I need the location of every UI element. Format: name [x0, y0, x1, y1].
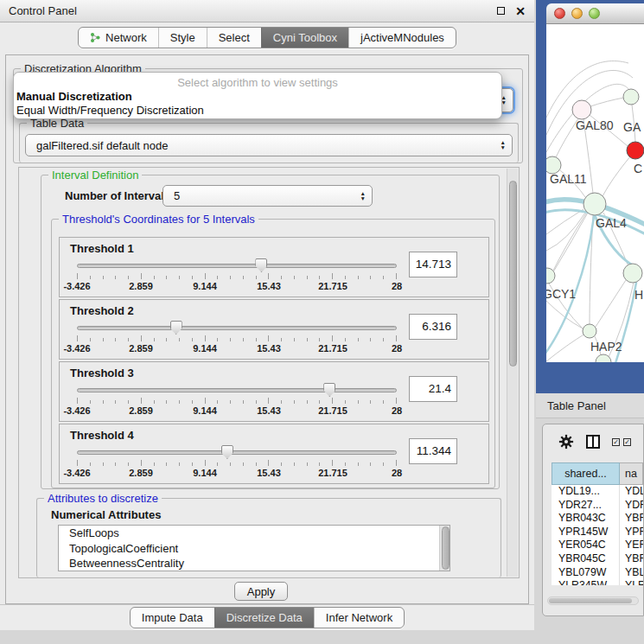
cell-name[interactable]: YPR1 [620, 526, 643, 539]
cell-name[interactable]: YDL1 [620, 485, 643, 499]
column-header-name[interactable]: na [620, 462, 643, 485]
cell-name[interactable]: YDR2 [620, 499, 643, 513]
slider-thumb[interactable] [170, 321, 182, 335]
tab-style[interactable]: Style [158, 28, 207, 48]
float-window-icon[interactable] [497, 7, 505, 15]
node-hap2[interactable] [583, 324, 596, 338]
zoom-button[interactable] [589, 8, 600, 19]
tick-mark [128, 338, 129, 341]
columns-icon[interactable] [586, 435, 600, 449]
node-gal80[interactable] [572, 100, 591, 119]
popup-item-equal-width-frequency[interactable]: Equal Width/Frequency Discretization [16, 104, 204, 117]
node-red-selected[interactable] [627, 142, 644, 159]
slider-thumb[interactable] [255, 258, 267, 272]
checkbox-icon[interactable]: ✓ [623, 438, 631, 446]
tab-infer-network[interactable]: Infer Network [314, 608, 404, 628]
apply-button[interactable]: Apply [234, 582, 288, 601]
axis-tick-label: 28 [392, 343, 402, 354]
axis-tick-label: 2.859 [129, 405, 153, 416]
popup-item-manual-discretization[interactable]: Manual Discretization [16, 90, 132, 103]
node-gal11[interactable] [546, 156, 561, 174]
threshold-1-slider[interactable] [77, 264, 397, 268]
list-scrollbar[interactable] [439, 526, 450, 571]
number-of-intervals-combobox[interactable]: 5 ▲▼ [163, 185, 373, 207]
tab-network[interactable]: Network [79, 28, 158, 48]
close-icon[interactable]: ✕ [515, 7, 526, 16]
cell-shared-name[interactable]: YDR27... [552, 499, 620, 513]
cell-name[interactable]: YBL0 [620, 566, 643, 580]
threshold-1-value-field[interactable]: 14.713 [409, 252, 457, 277]
table-row[interactable]: YPR145WYPR1 [552, 526, 643, 539]
table-row[interactable]: YDR27...YDR2 [552, 499, 643, 513]
axis-tick-label: 28 [392, 468, 402, 478]
tick-mark [307, 338, 308, 341]
attribute-list-item[interactable]: TopologicalCoefficient [59, 541, 450, 557]
cell-shared-name[interactable]: YBL079W [552, 566, 620, 580]
threshold-3-slider[interactable] [77, 388, 397, 392]
tab-jactivemnodules[interactable]: jActiveMNodules [348, 28, 456, 48]
right-workspace: GAL80 GA C GAL11 GAL4 GCY1 H HAP2 Table … [536, 0, 644, 644]
threshold-4-value-field[interactable]: 11.344 [409, 438, 457, 464]
slider-thumb[interactable] [221, 445, 233, 459]
cell-shared-name[interactable]: YDL19... [552, 485, 620, 499]
table-row[interactable]: YLR345WYLR3 [552, 579, 643, 585]
tick-mark [319, 276, 320, 279]
attribute-list-item[interactable]: BetweennessCentrality [59, 556, 450, 571]
node-gal4[interactable] [583, 193, 606, 215]
table-row[interactable]: YER054CYER0 [552, 539, 643, 552]
close-button[interactable] [554, 8, 565, 19]
table-data-combobox[interactable]: galFiltered.sif default node ▲▼ [25, 134, 513, 156]
table-hscrollbar[interactable] [547, 596, 639, 605]
cell-shared-name[interactable]: YER054C [552, 539, 620, 552]
cell-name[interactable]: YER0 [620, 539, 643, 552]
cell-name[interactable]: YBR0 [620, 552, 643, 566]
settings-scrollbar-thumb[interactable] [509, 181, 517, 367]
threshold-3-value-field[interactable]: 21.4 [409, 376, 457, 402]
table-hscrollbar-thumb[interactable] [549, 598, 632, 603]
cell-shared-name[interactable]: YPR145W [552, 526, 620, 539]
tab-impute-data[interactable]: Impute Data [131, 608, 214, 628]
tick-mark [128, 400, 129, 404]
table-row[interactable]: YBL079WYBL0 [552, 566, 643, 580]
tick-mark [307, 276, 308, 279]
threshold-2-value-field[interactable]: 6.316 [409, 314, 457, 340]
cell-shared-name[interactable]: YBR045C [552, 552, 620, 566]
node-partial-right[interactable] [623, 264, 642, 283]
tick-mark [294, 338, 295, 341]
control-panel-titlebar: Control Panel ✕ [0, 0, 534, 22]
threshold-4-slider[interactable] [77, 450, 397, 455]
axis-tick-label: 21.715 [318, 405, 348, 416]
cell-shared-name[interactable]: YBR043C [552, 512, 620, 526]
cell-shared-name[interactable]: YLR345W [552, 579, 620, 585]
gear-icon[interactable] [558, 434, 574, 450]
slider-thumb[interactable] [323, 383, 335, 397]
slider-axis-labels: -3.4262.8599.14415.4321.71528 [77, 468, 397, 480]
tab-select[interactable]: Select [207, 28, 261, 48]
tab-cyni-toolbox[interactable]: Cyni Toolbox [261, 28, 348, 48]
checkbox-icon[interactable]: ✓ [612, 438, 620, 446]
tab-label: Discretize Data [226, 607, 303, 628]
settings-scrollbar[interactable] [507, 169, 518, 577]
table-row[interactable]: YDL19...YDL1 [552, 485, 643, 499]
threshold-2-slider[interactable] [77, 326, 397, 330]
table-row[interactable]: YBR043CYBR0 [552, 512, 643, 526]
table-row[interactable]: YBR045CYBR0 [552, 552, 643, 566]
tick-mark [332, 398, 333, 404]
network-canvas[interactable]: GAL80 GA C GAL11 GAL4 GCY1 H HAP2 [546, 24, 644, 362]
cell-name[interactable]: YLR3 [620, 579, 643, 585]
tick-mark [103, 462, 104, 466]
numerical-attributes-list[interactable]: SelfLoopsTopologicalCoefficientBetweenne… [58, 525, 450, 571]
attribute-list-item[interactable]: SelfLoops [59, 526, 450, 541]
column-header-shared-name[interactable]: shared... [552, 462, 620, 485]
node-partial-top[interactable] [623, 89, 639, 105]
node-label-hap2: HAP2 [590, 340, 622, 354]
network-icon [90, 32, 101, 43]
tab-label: Select [219, 27, 250, 48]
minimize-button[interactable] [571, 8, 583, 19]
cell-name[interactable]: YBR0 [620, 512, 643, 526]
list-scrollbar-thumb[interactable] [442, 526, 450, 570]
tab-discretize-data[interactable]: Discretize Data [214, 608, 314, 628]
tick-mark [230, 462, 231, 466]
axis-tick-label: 15.43 [257, 468, 281, 478]
slider-ticks [77, 460, 397, 467]
